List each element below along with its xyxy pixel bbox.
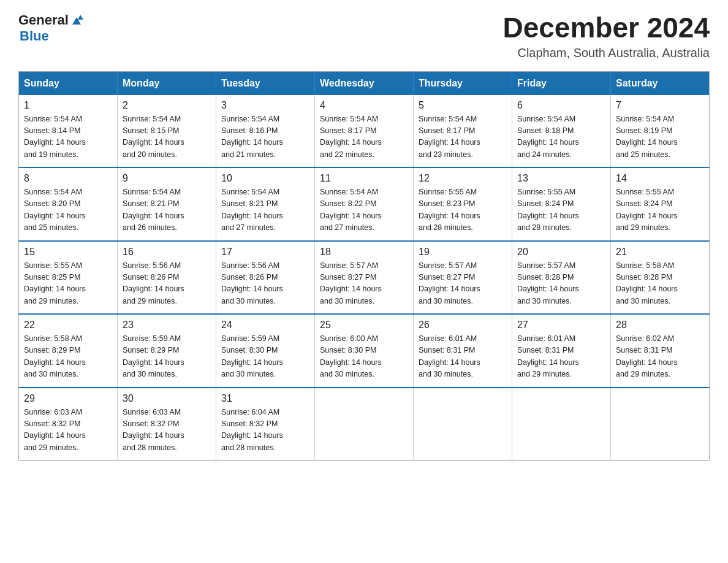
day-number: 23 [123,320,211,331]
location-subtitle: Clapham, South Australia, Australia [502,46,710,60]
calendar-cell: 24 Sunrise: 5:59 AMSunset: 8:30 PMDaylig… [216,314,315,388]
col-header-monday: Monday [118,71,216,95]
calendar-cell: 1 Sunrise: 5:54 AMSunset: 8:14 PMDayligh… [19,95,118,168]
calendar-cell: 12 Sunrise: 5:55 AMSunset: 8:23 PMDaylig… [414,167,512,241]
calendar-cell: 15 Sunrise: 5:55 AMSunset: 8:25 PMDaylig… [19,241,118,315]
calendar-cell: 17 Sunrise: 5:56 AMSunset: 8:26 PMDaylig… [216,241,315,315]
day-number: 21 [616,247,704,258]
day-number: 4 [320,100,408,111]
day-info: Sunrise: 5:55 AMSunset: 8:25 PMDaylight:… [24,260,112,308]
calendar-week-row: 29 Sunrise: 6:03 AMSunset: 8:32 PMDaylig… [19,388,710,461]
day-info: Sunrise: 6:01 AMSunset: 8:31 PMDaylight:… [419,333,507,381]
day-info: Sunrise: 5:56 AMSunset: 8:26 PMDaylight:… [221,260,309,308]
calendar-week-row: 15 Sunrise: 5:55 AMSunset: 8:25 PMDaylig… [19,241,710,315]
day-number: 20 [517,247,605,258]
calendar-week-row: 22 Sunrise: 5:58 AMSunset: 8:29 PMDaylig… [19,314,710,388]
calendar-header-row: SundayMondayTuesdayWednesdayThursdayFrid… [19,71,710,95]
logo: General Blue [18,12,83,44]
logo-general-text: General [18,12,69,28]
day-number: 15 [24,247,112,258]
calendar-cell: 28 Sunrise: 6:02 AMSunset: 8:31 PMDaylig… [611,314,710,388]
page-header: General Blue December 2024 Clapham, Sout… [18,12,710,60]
day-info: Sunrise: 5:57 AMSunset: 8:27 PMDaylight:… [419,260,507,308]
day-info: Sunrise: 5:58 AMSunset: 8:29 PMDaylight:… [24,333,112,381]
day-info: Sunrise: 5:54 AMSunset: 8:18 PMDaylight:… [517,113,605,161]
col-header-wednesday: Wednesday [315,71,414,95]
calendar-cell [512,388,611,461]
calendar-cell: 11 Sunrise: 5:54 AMSunset: 8:22 PMDaylig… [315,167,414,241]
day-number: 5 [419,100,507,111]
day-number: 25 [320,320,408,331]
day-number: 31 [221,393,309,404]
day-info: Sunrise: 5:54 AMSunset: 8:15 PMDaylight:… [123,113,211,161]
col-header-tuesday: Tuesday [216,71,315,95]
day-number: 11 [320,173,408,184]
day-number: 6 [517,100,605,111]
day-info: Sunrise: 5:54 AMSunset: 8:21 PMDaylight:… [221,186,309,234]
logo-blue-text: Blue [20,28,49,44]
day-info: Sunrise: 6:03 AMSunset: 8:32 PMDaylight:… [24,407,112,454]
day-info: Sunrise: 5:58 AMSunset: 8:28 PMDaylight:… [616,260,704,308]
calendar-cell: 21 Sunrise: 5:58 AMSunset: 8:28 PMDaylig… [611,241,710,315]
calendar-table: SundayMondayTuesdayWednesdayThursdayFrid… [18,71,710,461]
calendar-cell: 18 Sunrise: 5:57 AMSunset: 8:27 PMDaylig… [315,241,414,315]
col-header-sunday: Sunday [19,71,118,95]
calendar-cell: 6 Sunrise: 5:54 AMSunset: 8:18 PMDayligh… [512,95,611,168]
day-info: Sunrise: 5:54 AMSunset: 8:21 PMDaylight:… [123,186,211,234]
day-info: Sunrise: 5:57 AMSunset: 8:28 PMDaylight:… [517,260,605,308]
calendar-cell: 23 Sunrise: 5:59 AMSunset: 8:29 PMDaylig… [118,314,216,388]
calendar-cell: 7 Sunrise: 5:54 AMSunset: 8:19 PMDayligh… [611,95,710,168]
day-info: Sunrise: 5:54 AMSunset: 8:22 PMDaylight:… [320,186,408,234]
day-info: Sunrise: 5:55 AMSunset: 8:24 PMDaylight:… [616,186,704,234]
day-info: Sunrise: 5:55 AMSunset: 8:23 PMDaylight:… [419,186,507,234]
col-header-saturday: Saturday [611,71,710,95]
day-number: 22 [24,320,112,331]
calendar-cell [414,388,512,461]
day-info: Sunrise: 6:00 AMSunset: 8:30 PMDaylight:… [320,333,408,381]
day-number: 16 [123,247,211,258]
day-info: Sunrise: 6:02 AMSunset: 8:31 PMDaylight:… [616,333,704,381]
calendar-cell: 10 Sunrise: 5:54 AMSunset: 8:21 PMDaylig… [216,167,315,241]
day-number: 28 [616,320,704,331]
day-info: Sunrise: 5:54 AMSunset: 8:14 PMDaylight:… [24,113,112,161]
day-info: Sunrise: 5:55 AMSunset: 8:24 PMDaylight:… [517,186,605,234]
calendar-cell: 22 Sunrise: 5:58 AMSunset: 8:29 PMDaylig… [19,314,118,388]
title-area: December 2024 Clapham, South Australia, … [502,12,710,60]
day-number: 1 [24,100,112,111]
day-number: 26 [419,320,507,331]
day-number: 17 [221,247,309,258]
day-number: 29 [24,393,112,404]
calendar-cell: 25 Sunrise: 6:00 AMSunset: 8:30 PMDaylig… [315,314,414,388]
calendar-cell: 5 Sunrise: 5:54 AMSunset: 8:17 PMDayligh… [414,95,512,168]
day-number: 30 [123,393,211,404]
day-number: 7 [616,100,704,111]
logo-icon [70,13,83,27]
calendar-cell: 2 Sunrise: 5:54 AMSunset: 8:15 PMDayligh… [118,95,216,168]
calendar-cell: 3 Sunrise: 5:54 AMSunset: 8:16 PMDayligh… [216,95,315,168]
calendar-cell: 29 Sunrise: 6:03 AMSunset: 8:32 PMDaylig… [19,388,118,461]
day-info: Sunrise: 5:59 AMSunset: 8:29 PMDaylight:… [123,333,211,381]
day-number: 10 [221,173,309,184]
calendar-week-row: 1 Sunrise: 5:54 AMSunset: 8:14 PMDayligh… [19,95,710,168]
day-info: Sunrise: 5:56 AMSunset: 8:26 PMDaylight:… [123,260,211,308]
day-info: Sunrise: 5:54 AMSunset: 8:19 PMDaylight:… [616,113,704,161]
calendar-cell: 8 Sunrise: 5:54 AMSunset: 8:20 PMDayligh… [19,167,118,241]
calendar-cell: 26 Sunrise: 6:01 AMSunset: 8:31 PMDaylig… [414,314,512,388]
calendar-cell: 20 Sunrise: 5:57 AMSunset: 8:28 PMDaylig… [512,241,611,315]
day-number: 9 [123,173,211,184]
calendar-cell: 14 Sunrise: 5:55 AMSunset: 8:24 PMDaylig… [611,167,710,241]
col-header-thursday: Thursday [414,71,512,95]
calendar-cell: 9 Sunrise: 5:54 AMSunset: 8:21 PMDayligh… [118,167,216,241]
day-number: 13 [517,173,605,184]
day-info: Sunrise: 5:54 AMSunset: 8:16 PMDaylight:… [221,113,309,161]
day-number: 3 [221,100,309,111]
day-info: Sunrise: 5:59 AMSunset: 8:30 PMDaylight:… [221,333,309,381]
calendar-cell: 4 Sunrise: 5:54 AMSunset: 8:17 PMDayligh… [315,95,414,168]
day-info: Sunrise: 5:57 AMSunset: 8:27 PMDaylight:… [320,260,408,308]
day-number: 12 [419,173,507,184]
month-year-title: December 2024 [502,12,710,44]
calendar-cell: 30 Sunrise: 6:03 AMSunset: 8:32 PMDaylig… [118,388,216,461]
day-number: 24 [221,320,309,331]
svg-marker-1 [78,15,83,20]
calendar-cell: 13 Sunrise: 5:55 AMSunset: 8:24 PMDaylig… [512,167,611,241]
